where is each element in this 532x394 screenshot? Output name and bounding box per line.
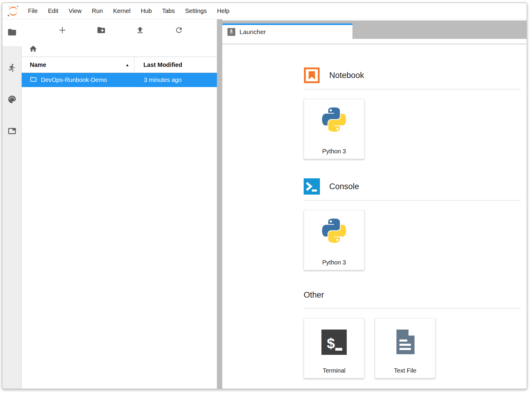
section-header-notebook: Notebook (304, 67, 521, 83)
menu-file[interactable]: File (23, 3, 43, 19)
file-browser-toolbar (22, 19, 217, 42)
section-divider (304, 308, 521, 309)
launcher-card-terminal[interactable]: $ Terminal (304, 318, 365, 378)
folder-icon (7, 27, 17, 38)
menu-view[interactable]: View (64, 3, 87, 19)
menu-kernel[interactable]: Kernel (108, 3, 136, 19)
folder-outline-icon (30, 76, 37, 84)
tab-launcher-label: Launcher (239, 28, 266, 36)
new-folder-button[interactable] (96, 26, 106, 36)
running-person-icon (8, 63, 17, 73)
launcher-card-text-file[interactable]: Text File (375, 318, 436, 378)
section-title: Other (304, 290, 324, 300)
tabs-icon (8, 127, 17, 137)
activity-bar-strip (2, 46, 22, 389)
card-label: Python 3 (304, 148, 364, 155)
home-icon (29, 49, 37, 54)
menu-help[interactable]: Help (212, 3, 234, 19)
section-header-other: Other (304, 290, 521, 300)
breadcrumb (22, 42, 217, 57)
menu-run[interactable]: Run (87, 3, 108, 19)
section-title: Console (329, 182, 359, 191)
plus-icon (58, 26, 67, 36)
menu-tabs[interactable]: Tabs (157, 3, 180, 19)
palette-icon (8, 95, 17, 105)
sidebar-tab-files[interactable] (2, 19, 22, 46)
file-row-devops-runbook-demo[interactable]: DevOps-Runbook-Demo 3 minutes ago (22, 73, 217, 87)
card-label: Terminal (304, 367, 364, 374)
file-browser-panel: Name ▲ Last Modified DevOps-Runbook-Demo (22, 19, 217, 389)
python-logo (319, 107, 349, 137)
activity-bar (2, 19, 22, 389)
file-row-modified-cell: 3 minutes ago (134, 73, 217, 87)
column-header-name[interactable]: Name ▲ (22, 57, 134, 73)
text-file-icon (392, 329, 418, 355)
launcher-card-console-python3[interactable]: Python 3 (304, 210, 365, 270)
menu-settings[interactable]: Settings (180, 3, 212, 19)
rocket-icon (227, 28, 235, 36)
new-launcher-button[interactable] (58, 26, 67, 36)
card-label: Python 3 (304, 259, 364, 266)
sidebar-tab-commands[interactable] (7, 95, 17, 105)
home-breadcrumb[interactable] (29, 45, 37, 54)
file-name: DevOps-Runbook-Demo (41, 77, 107, 83)
launcher-section-console: Console Python 3 (304, 178, 521, 270)
column-header-last-modified[interactable]: Last Modified (134, 57, 217, 73)
name-column-label: Name (30, 61, 46, 68)
refresh-button[interactable] (174, 26, 184, 36)
section-divider (304, 89, 521, 89)
upload-icon (136, 26, 145, 36)
main-dock-panel: Launcher Notebook (222, 19, 527, 389)
tab-launcher[interactable]: Launcher (222, 23, 352, 39)
python-logo (319, 218, 349, 248)
file-list-header: Name ▲ Last Modified (22, 57, 217, 73)
jupyter-notebook-icon (304, 67, 320, 83)
section-divider (304, 200, 521, 201)
launcher-panel: Notebook Python 3 (222, 44, 527, 389)
menu-hub[interactable]: Hub (136, 3, 157, 19)
console-icon (304, 178, 320, 195)
sidebar-tab-running[interactable] (7, 63, 17, 73)
launcher-section-other: Other $ Terminal (304, 290, 521, 378)
sidebar-tab-open-tabs[interactable] (7, 127, 17, 137)
upload-button[interactable] (135, 26, 145, 36)
menu-bar: File Edit View Run Kernel Hub Tabs Setti… (2, 3, 527, 19)
launcher-card-notebook-python3[interactable]: Python 3 (304, 99, 365, 159)
launcher-section-notebook: Notebook Python 3 (304, 67, 521, 159)
section-title: Notebook (329, 71, 364, 80)
refresh-icon (175, 26, 183, 36)
svg-text:$: $ (327, 335, 335, 351)
file-row-name-cell: DevOps-Runbook-Demo (22, 73, 134, 87)
dock-tab-bar: Launcher (222, 20, 527, 39)
card-label: Text File (375, 367, 435, 374)
sort-ascending-icon: ▲ (125, 63, 129, 67)
last-modified-column-label: Last Modified (143, 61, 182, 68)
terminal-icon: $ (321, 330, 347, 355)
jupyterlab-window: File Edit View Run Kernel Hub Tabs Setti… (2, 2, 527, 389)
section-header-console: Console (304, 178, 521, 195)
jupyter-logo (7, 5, 20, 18)
new-folder-icon (97, 26, 106, 36)
panel-splitter[interactable] (217, 19, 222, 389)
file-modified-time: 3 minutes ago (144, 77, 182, 83)
menu-edit[interactable]: Edit (43, 3, 63, 19)
